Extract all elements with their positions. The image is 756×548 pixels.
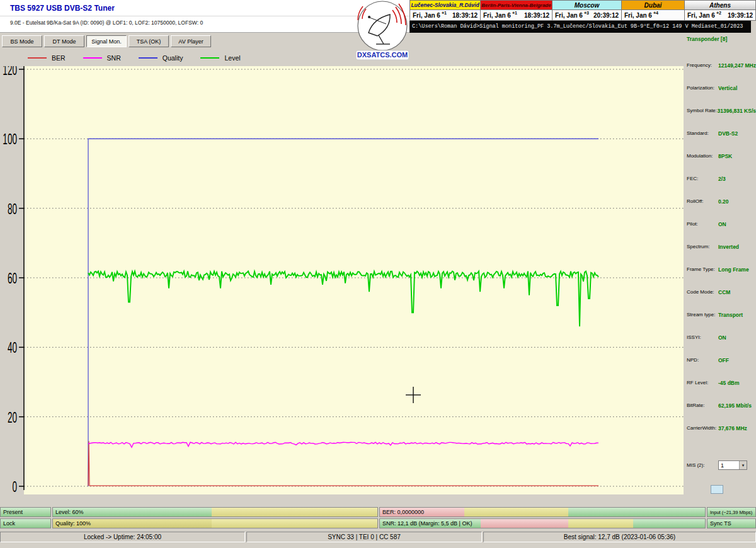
clock-time: Fri, Jan 6 +1 18:39:12 (481, 10, 552, 21)
clock-city: Berlin-Paris-Vienna-Belgrade (481, 1, 552, 10)
param-row-mis: MIS (2): 1 ▾ (684, 459, 756, 471)
param-row-carrier-width: CarrierWidth:37,676 MHz (684, 425, 756, 447)
snr-progressbar: SNR: 12,1 dB (Margin: 5,5 dB | OK) (379, 518, 706, 528)
world-clocks: Lučenec-Slovakia_R.Dávid Fri, Jan 6 +1 1… (410, 0, 756, 21)
clock-panel-berlin: Berlin-Paris-Vienna-Belgrade Fri, Jan 6 … (480, 0, 552, 21)
present-indicator: Present (0, 507, 51, 517)
clock-city: Lučenec-Slovakia_R.Dávid (410, 1, 480, 10)
level-line-swatch (200, 57, 219, 59)
param-row-stream-type: Stream type:Transport (684, 311, 756, 334)
param-row-pilot: Pilot:ON (684, 220, 756, 243)
signal-chart[interactable]: 120100806040200 (0, 66, 684, 494)
clock-time: Fri, Jan 6 +3 20:39:12 (553, 10, 621, 21)
title-panel: TBS 5927 USB DVB-S2 Tuner 9.0E - Eutelsa… (0, 0, 410, 33)
clock-time: Fri, Jan 6 +2 19:39:12 (685, 10, 755, 21)
parameters-sidebar: Transponder [8] Frequency:12149,247 MHz … (684, 33, 756, 504)
clock-date: Fri, Jan 6 (483, 12, 511, 19)
mis-selected-value: 1 (719, 462, 739, 469)
param-row-fec: FEC:2/3 (684, 175, 756, 198)
quality-progressbar: Quality: 100% (52, 518, 378, 528)
legend-item-quality: Quality (139, 54, 183, 62)
clock-panel-moscow: Moscow Fri, Jan 6 +3 20:39:12 (552, 0, 621, 21)
clock-time: Fri, Jan 6 +1 18:39:12 (410, 10, 480, 21)
clock-value: 18:39:12 (524, 12, 549, 19)
clock-value: 18:39:12 (452, 12, 478, 19)
chevron-down-icon: ▾ (739, 461, 747, 469)
clock-time: Fri, Jan 6 +4 (622, 10, 684, 21)
clock-date: Fri, Jan 6 (555, 12, 583, 19)
transponder-value: Transponder [8] (687, 36, 727, 42)
clock-city: Athens (685, 1, 755, 10)
status-row-1: Present Level: 60% BER: 0,0000000 Input … (0, 507, 756, 517)
chart-legend: BER SNR Quality Level (28, 53, 258, 63)
y-axis-label: 60 (8, 270, 17, 287)
utc-offset: +1 (512, 11, 517, 15)
clock-date: Fri, Jan 6 (413, 12, 440, 19)
sync-ts-indicator: Sync TS (707, 518, 756, 528)
param-row-modulation: Modulation:8PSK (684, 152, 756, 175)
clock-city: Moscow (553, 1, 621, 10)
clock-city: Dubai (622, 1, 684, 10)
y-axis-label: 0 (12, 478, 17, 494)
level-progressbar: Level: 60% (52, 507, 378, 517)
app-title: TBS 5927 USB DVB-S2 Tuner (10, 4, 115, 13)
transponder-row: Transponder [8] (684, 35, 756, 62)
clock-value: 20:39:12 (593, 12, 619, 19)
ber-progressbar: BER: 0,0000000 (379, 507, 706, 517)
dxsatcs-logo: DXSATCS.COM (353, 0, 411, 60)
legend-item-level: Level (200, 54, 240, 62)
lock-indicator: Lock (0, 518, 51, 528)
mode-tabs: BS Mode DT Mode Signal Mon. TSA (OK) AV … (2, 35, 211, 48)
clock-date: Fri, Jan 6 (624, 12, 652, 19)
tab-bs-mode[interactable]: BS Mode (2, 35, 42, 47)
y-axis-label: 40 (8, 339, 17, 356)
param-row-rolloff: RollOff:0.20 (684, 198, 756, 220)
tab-av-player[interactable]: AV Player (171, 35, 211, 47)
logo-circle (358, 1, 407, 50)
ber-line-swatch (28, 57, 47, 59)
utc-offset: +3 (584, 11, 589, 15)
y-axis-label: 80 (8, 200, 17, 217)
command-prompt-bar[interactable]: C:\Users\Roman Dávid>Signal monitoring_P… (410, 21, 751, 33)
param-row-bitrate: BitRate:62,195 Mbit/s (684, 402, 756, 425)
lock-uptime-status: Locked -> Uptime: 24:05:00 (0, 532, 245, 542)
quality-line-swatch (139, 57, 158, 59)
param-row-spectrum: Spectrum:Inverted (684, 243, 756, 266)
tab-dt-mode[interactable]: DT Mode (44, 35, 84, 47)
clock-panel-athens: Athens Fri, Jan 6 +2 19:39:12 (684, 0, 756, 21)
tab-signal-mon[interactable]: Signal Mon. (86, 35, 127, 47)
param-row-symbol-rate: Symbol Rate:31396,831 KS/s (684, 107, 756, 130)
clock-panel-lucenec: Lučenec-Slovakia_R.Dávid Fri, Jan 6 +1 1… (410, 0, 480, 21)
statusbar: Locked -> Uptime: 24:05:00 SYNC 33 | TEI… (0, 531, 756, 543)
param-row-frame-type: Frame Type:Long Frame (684, 266, 756, 288)
sync-counters-status: SYNC 33 | TEI 0 | CC 587 (246, 532, 482, 542)
y-axis-label: 20 (8, 408, 17, 425)
clock-panel-dubai: Dubai Fri, Jan 6 +4 (621, 0, 684, 21)
snr-line-swatch (83, 57, 102, 59)
utc-offset: +2 (716, 11, 721, 15)
tab-tsa[interactable]: TSA (OK) (129, 35, 169, 47)
chart-canvas[interactable]: 120100806040200 (0, 66, 684, 494)
param-row-frequency: Frequency:12149,247 MHz (684, 62, 756, 84)
param-row-code-mode: Code Mode:CCM (684, 288, 756, 311)
utc-offset: +1 (442, 11, 447, 15)
clock-value: 19:39:12 (728, 12, 753, 19)
param-row-npd: NPD:OFF (684, 357, 756, 379)
logo-text: DXSATCS.COM (357, 51, 408, 59)
utc-offset: +4 (653, 11, 658, 15)
param-row-standard: Standard:DVB-S2 (684, 130, 756, 152)
best-signal-status: Best signal: 12,7 dB (2023-01-06 05:36) (483, 532, 756, 542)
legend-item-snr: SNR (83, 54, 121, 62)
param-row-issyi: ISSYI:ON (684, 334, 756, 357)
clock-date: Fri, Jan 6 (687, 12, 715, 19)
tuner-info: 9.0E - Eutelsat 9B/Ka-Sat 9A (ID: 0090) … (10, 20, 203, 26)
plot-background (24, 66, 684, 494)
param-row-polarization: Polarization:Vertical (684, 84, 756, 107)
input-indicator: Input (~21,39 Mbps) (707, 507, 756, 517)
divider (0, 16, 410, 16)
status-row-2: Lock Quality: 100% SNR: 12,1 dB (Margin:… (0, 518, 756, 528)
y-axis-label: 120 (3, 66, 17, 78)
mis-dropdown[interactable]: 1 ▾ (718, 460, 747, 470)
param-row-rf-level: RF Level:-45 dBm (684, 379, 756, 402)
legend-item-ber: BER (28, 54, 66, 62)
